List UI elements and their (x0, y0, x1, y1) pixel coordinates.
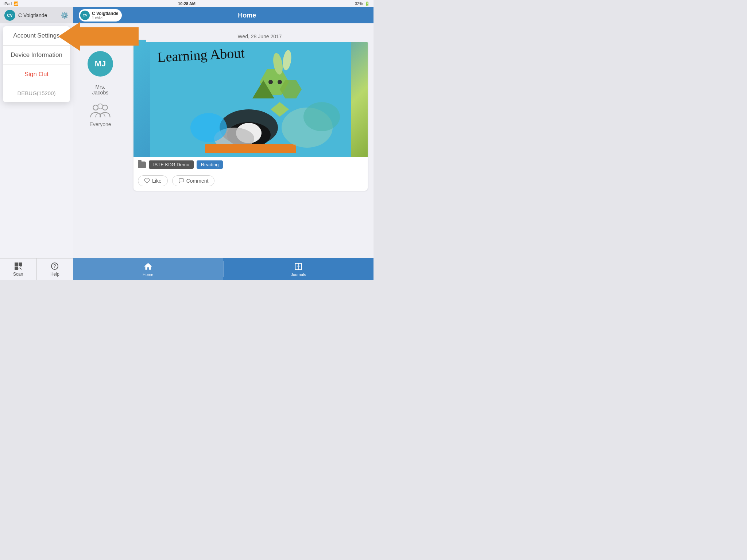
gear-icon[interactable]: ⚙️ (61, 11, 69, 19)
debug-item[interactable]: DEBUG(15200) (3, 84, 70, 102)
teacher-avatar[interactable]: MJ (88, 51, 113, 77)
svg-point-17 (98, 104, 103, 109)
status-right: 32% 🔋 (355, 1, 370, 6)
post-card: Learning About (133, 40, 368, 191)
battery-label: 32% (355, 1, 363, 6)
help-label: Help (50, 272, 59, 277)
tag-reading[interactable]: Reading (197, 160, 223, 169)
svg-rect-4 (20, 264, 21, 265)
status-time: 10:28 AM (178, 1, 196, 6)
post-image: Learning About (133, 40, 368, 157)
device-information-item[interactable]: Device Information (3, 46, 70, 65)
post-artwork: Learning About (133, 40, 368, 157)
tab-home[interactable]: Home (73, 258, 223, 280)
carrier-label: iPad (4, 1, 12, 6)
wifi-icon: 📶 (13, 1, 19, 6)
svg-rect-3 (16, 264, 17, 265)
svg-text:?: ? (53, 263, 56, 269)
svg-rect-28 (205, 144, 296, 153)
content-area: MJ Mrs. Jacobs Everyone (73, 23, 374, 258)
user-chip-text: C Voigtlande 1 child (92, 11, 118, 20)
sidebar-username: C Voigtlande (18, 12, 58, 18)
status-bar: iPad 📶 10:28 AM 32% 🔋 (0, 0, 374, 7)
main-content: CV C Voigtlande 1 child Home Wed, 28 Jun… (73, 7, 374, 280)
feed-area[interactable]: Learning About (128, 36, 374, 258)
user-chip[interactable]: CV C Voigtlande 1 child (79, 9, 122, 22)
left-panel: MJ Mrs. Jacobs Everyone (73, 23, 128, 258)
sign-out-item[interactable]: Sign Out (3, 65, 70, 84)
svg-point-16 (102, 105, 108, 110)
sidebar: CV C Voigtlande ⚙️ Account Settings Devi… (0, 7, 73, 280)
qr-icon (14, 262, 23, 271)
svg-rect-5 (16, 268, 17, 269)
everyone-icon (89, 103, 111, 119)
home-icon (143, 262, 153, 271)
teacher-name: Mrs. Jacobs (92, 84, 108, 96)
scan-button[interactable]: Scan (0, 258, 37, 280)
tab-journals-label: Journals (291, 272, 306, 277)
tag-iste[interactable]: ISTE KDG Demo (149, 160, 194, 169)
svg-point-15 (93, 105, 98, 110)
svg-point-34 (278, 80, 282, 84)
tab-home-label: Home (143, 272, 153, 277)
help-button[interactable]: ? Help (37, 258, 73, 280)
status-left: iPad 📶 (4, 1, 19, 6)
account-settings-item[interactable]: Account Settings (3, 26, 70, 46)
dropdown-menu: Account Settings Device Information Sign… (3, 26, 70, 102)
comment-icon (178, 178, 184, 184)
everyone-item[interactable]: Everyone (89, 103, 111, 127)
sidebar-bottom: Scan ? Help (0, 258, 73, 280)
post-actions: Like Comment (133, 172, 368, 191)
svg-point-33 (268, 80, 273, 84)
nav-title: Home (126, 12, 368, 19)
heart-icon (144, 178, 150, 184)
sidebar-header: CV C Voigtlande ⚙️ (0, 7, 73, 23)
folder-icon (138, 162, 146, 168)
bottom-tab-bar: Home Journals (73, 258, 374, 280)
scan-label: Scan (13, 272, 23, 277)
question-icon: ? (50, 262, 59, 271)
post-tags: ISTE KDG Demo Reading (133, 157, 368, 172)
svg-point-30 (303, 102, 340, 131)
svg-point-35 (190, 113, 227, 142)
like-button[interactable]: Like (138, 175, 168, 186)
top-nav: CV C Voigtlande 1 child Home (73, 7, 374, 23)
avatar: CV (4, 10, 15, 21)
date-label: Wed, 28 June 2017 (146, 31, 374, 42)
everyone-label: Everyone (89, 121, 111, 127)
user-chip-avatar: CV (80, 11, 90, 20)
battery-icon: 🔋 (365, 1, 370, 6)
tab-journals[interactable]: Journals (224, 258, 374, 280)
book-icon (294, 262, 303, 271)
comment-button[interactable]: Comment (172, 175, 215, 186)
